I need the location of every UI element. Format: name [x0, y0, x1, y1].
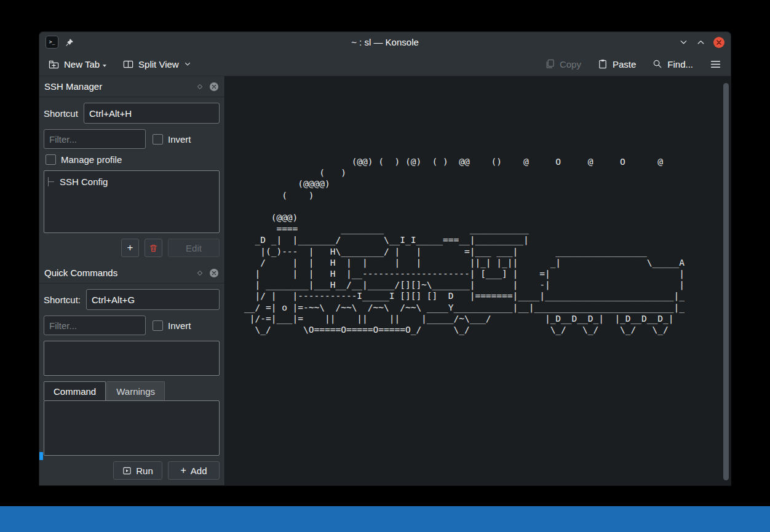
- new-tab-label: New Tab: [64, 59, 100, 69]
- tab-warnings[interactable]: Warnings: [106, 381, 165, 400]
- close-panel-icon[interactable]: [209, 268, 219, 278]
- find-button[interactable]: Find...: [653, 59, 693, 69]
- desktop-taskbar[interactable]: [0, 506, 770, 532]
- paste-button[interactable]: Paste: [598, 59, 636, 69]
- split-view-icon: [123, 59, 133, 69]
- close-panel-icon[interactable]: [209, 82, 219, 92]
- ssh-manager-header[interactable]: SSH Manager: [39, 76, 224, 97]
- float-panel-icon[interactable]: [196, 83, 204, 90]
- copy-label: Copy: [560, 59, 581, 69]
- paste-icon: [598, 59, 608, 69]
- new-tab-menu-caret-icon[interactable]: [103, 65, 106, 67]
- tab-warnings-label: Warnings: [116, 386, 155, 397]
- quick-commands-list[interactable]: [44, 341, 220, 376]
- main-toolbar: New Tab Split View: [39, 52, 731, 76]
- ssh-profile-list[interactable]: SSH Config: [44, 170, 220, 233]
- hamburger-icon: [710, 58, 721, 70]
- qc-invert-checkbox[interactable]: [153, 320, 163, 331]
- find-label: Find...: [667, 59, 693, 69]
- manage-profile-label: Manage profile: [61, 154, 122, 165]
- trash-icon: [149, 244, 158, 253]
- chevron-down-icon[interactable]: [679, 38, 688, 47]
- run-button[interactable]: Run: [113, 461, 162, 480]
- split-view-label: Split View: [138, 59, 179, 69]
- ssh-delete-button[interactable]: [145, 239, 162, 257]
- ssh-shortcut-input[interactable]: [84, 103, 220, 124]
- split-view-chevron-icon: [184, 60, 191, 68]
- ssh-manager-title: SSH Manager: [44, 81, 196, 92]
- titlebar[interactable]: >_ ~ : sl — Konsole: [39, 32, 731, 52]
- quick-commands-title: Quick Commands: [44, 268, 196, 278]
- run-label: Run: [136, 466, 153, 476]
- close-button[interactable]: [713, 37, 724, 48]
- new-tab-icon: [49, 59, 59, 69]
- search-icon: [653, 59, 662, 69]
- window-content: SSH Manager Sh: [39, 76, 731, 485]
- tab-command[interactable]: Command: [44, 381, 106, 400]
- desktop: >_ ~ : sl — Konsole: [0, 0, 770, 532]
- manage-profile-checkbox[interactable]: [46, 154, 56, 165]
- panel-accent-sliver: [39, 452, 43, 460]
- close-icon: [716, 39, 722, 46]
- ssh-manager-panel: SSH Manager Sh: [39, 76, 224, 263]
- ssh-invert-checkbox[interactable]: [153, 134, 163, 145]
- terminal-output: (@@) ( ) (@) ( ) @@ () @ O @ O @ ( ) (@@…: [244, 156, 685, 335]
- konsole-app-icon[interactable]: >_: [46, 36, 58, 49]
- konsole-window: >_ ~ : sl — Konsole: [39, 32, 731, 485]
- quick-commands-panel: Quick Commands: [39, 263, 224, 485]
- qc-filter-input[interactable]: [44, 316, 146, 335]
- copy-button[interactable]: Copy: [545, 59, 581, 69]
- add-label: Add: [191, 466, 207, 476]
- float-panel-icon[interactable]: [196, 269, 204, 277]
- ssh-filter-input[interactable]: [44, 129, 146, 149]
- paste-label: Paste: [613, 59, 636, 69]
- command-editor[interactable]: [44, 400, 220, 456]
- qc-invert-label: Invert: [168, 320, 191, 331]
- tab-command-label: Command: [54, 386, 96, 397]
- tree-item-label: SSH Config: [60, 177, 108, 187]
- pin-icon[interactable]: [65, 38, 74, 47]
- qc-shortcut-input[interactable]: [86, 289, 220, 310]
- ssh-add-button[interactable]: +: [121, 239, 139, 257]
- ssh-edit-button[interactable]: Edit: [168, 239, 220, 257]
- quick-commands-header[interactable]: Quick Commands: [39, 263, 224, 284]
- sidebar: SSH Manager Sh: [39, 76, 225, 485]
- ssh-shortcut-label: Shortcut: [44, 108, 78, 119]
- new-tab-button[interactable]: New Tab: [49, 59, 106, 69]
- chevron-up-icon[interactable]: [696, 38, 705, 47]
- tree-branch-icon: [48, 177, 56, 186]
- copy-icon: [545, 59, 555, 69]
- plus-icon: +: [181, 466, 186, 475]
- ssh-invert-label: Invert: [168, 134, 191, 145]
- terminal-screen[interactable]: (@@) ( ) (@) ( ) @@ () @ O @ O @ ( ) (@@…: [225, 76, 731, 485]
- split-view-button[interactable]: Split View: [123, 59, 191, 69]
- window-title: ~ : sl — Konsole: [39, 37, 731, 47]
- qc-add-button[interactable]: + Add: [168, 461, 220, 480]
- qc-shortcut-label: Shortcut:: [44, 295, 81, 305]
- tree-item-ssh-config[interactable]: SSH Config: [48, 175, 215, 188]
- run-icon: [122, 466, 132, 475]
- editor-tabs: Command Warnings: [44, 381, 220, 400]
- terminal-scrollbar[interactable]: [723, 83, 729, 480]
- hamburger-menu-button[interactable]: [710, 58, 721, 70]
